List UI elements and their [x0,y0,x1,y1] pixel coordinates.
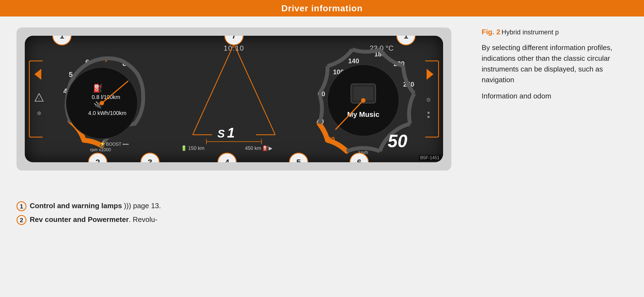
list-number-2: 2 [17,215,26,225]
svg-text:🔋 150 km: 🔋 150 km [181,145,204,151]
svg-point-22 [100,101,104,105]
fig-description: Hybrid instrument p [501,28,559,36]
page-container: Driver information 10:10 23.0 °C [0,0,644,297]
figure-caption: Fig. 2 Hybrid instrument p [482,28,619,37]
right-info-text: Information and odom [482,91,619,101]
main-content: 10:10 23.0 °C ! ❄ [17,28,473,286]
callout-2: 2 [88,153,107,162]
svg-point-50 [361,98,365,103]
right-side-icons: ⚙ [421,61,436,138]
svg-marker-0 [34,69,41,80]
svg-point-7 [427,116,430,118]
svg-text:450 km ⛽▶: 450 km ⛽▶ [245,145,272,151]
svg-text:⛽: ⛽ [93,84,103,93]
svg-text:140: 140 [348,57,359,65]
list-number-1: 1 [17,201,26,211]
list-item-1: 1 Control and warning lamps ))) page 13. [17,201,473,211]
instrument-cluster: 10:10 23.0 °C ! ❄ [25,36,443,162]
svg-text:⚙: ⚙ [426,97,431,103]
dashboard-image: 10:10 23.0 °C ! ❄ [17,28,451,170]
fig-label: Fig. 2 [482,28,500,36]
page-title: Driver information [281,3,362,13]
svg-point-6 [427,112,430,114]
svg-marker-4 [427,69,433,80]
svg-text:BOOST ••••: BOOST •••• [106,142,129,147]
below-text-area: 1 Control and warning lamps ))) page 13.… [17,198,473,228]
right-sidebar: Fig. 2 Hybrid instrument p By selecting … [473,28,627,286]
right-sidebar-text: By selecting different information profi… [482,42,619,85]
svg-text:1: 1 [227,125,235,141]
content-area: 10:10 23.0 °C ! ❄ [0,16,644,297]
list-text-1: Control and warning lamps ))) page 13. [30,201,161,211]
speed-readout: 50 [388,131,407,151]
svg-text:rpm x1000: rpm x1000 [90,147,111,152]
callout-3: 3 [140,153,160,162]
rpm-gauge-svg: 3 4 5 6 7 8 2 1 [47,38,157,154]
list-item-2: 2 Rev counter and Powermeter. Revolu- [17,215,473,225]
image-reference: B5F-1451 [419,155,441,161]
svg-text:S: S [217,128,225,140]
svg-text:4.0 kWh/100km: 4.0 kWh/100km [88,110,127,116]
center-display-svg: S 1 🔋 150 km 450 km ⛽▶ [165,36,303,162]
left-side-icons: ! ❄ [32,61,47,138]
header-bar: Driver information [0,0,644,16]
svg-line-27 [234,44,275,135]
list-text-2: Rev counter and Powermeter. Revolu- [30,215,157,224]
svg-text:⚡: ⚡ [99,141,106,147]
svg-text:❄: ❄ [37,110,42,117]
svg-text:!: ! [39,98,40,101]
svg-line-26 [193,44,234,135]
callout-6: 6 [350,153,369,162]
